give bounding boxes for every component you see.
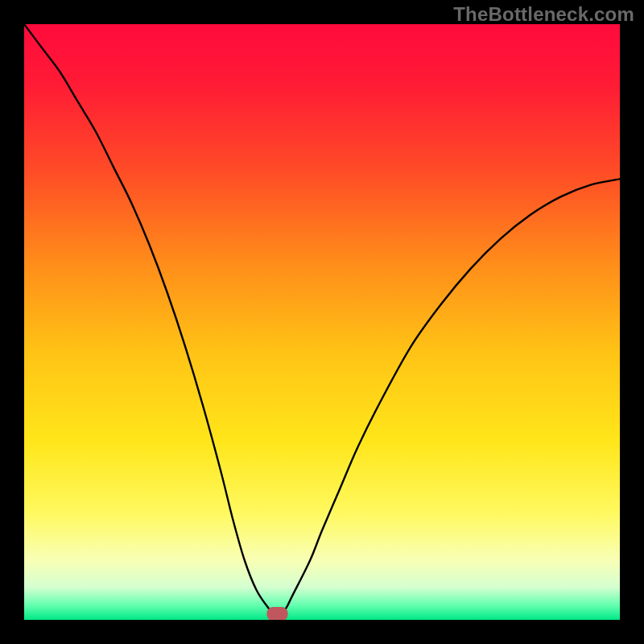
bottleneck-plot (24, 24, 620, 620)
chart-frame: TheBottleneck.com (0, 0, 644, 644)
watermark-text: TheBottleneck.com (453, 3, 634, 26)
bottleneck-marker (267, 607, 287, 620)
